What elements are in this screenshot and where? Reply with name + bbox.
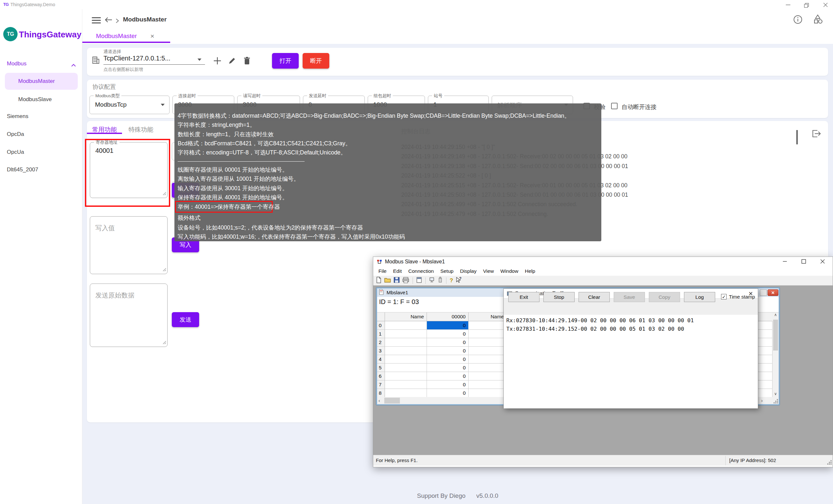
child-close-button[interactable]: ✕ <box>768 289 778 296</box>
scroll-right-arrow[interactable]: › <box>761 398 763 403</box>
sidebar-item-modbusslave[interactable]: ModbusSlave <box>18 96 52 103</box>
cell-name2[interactable] <box>469 389 507 397</box>
info-icon[interactable] <box>793 15 803 26</box>
delete-channel-icon[interactable] <box>243 56 251 66</box>
modbus-type-select[interactable]: Modbus类型 ModbusTcp <box>90 96 169 114</box>
cell-value[interactable]: 0 <box>427 355 469 363</box>
send-button[interactable]: 发送 <box>172 312 199 327</box>
resize-grip[interactable] <box>827 460 832 465</box>
cell-name[interactable] <box>385 330 427 338</box>
save-icon[interactable] <box>394 277 400 284</box>
raw-data-textarea[interactable]: 发送原始数据 <box>90 283 168 347</box>
disconnect-button[interactable]: 断开 <box>303 53 329 69</box>
menu-item[interactable]: File <box>375 268 390 274</box>
tab-modbusmaster[interactable]: ModbusMaster <box>96 32 137 40</box>
poll-setup-icon[interactable] <box>429 277 435 284</box>
sidebar-group-modbus[interactable]: Modbus <box>7 60 26 67</box>
dropdown-caret-icon[interactable] <box>197 58 201 61</box>
protocol-field-label: 发送延时 <box>307 93 328 99</box>
child-restore-button[interactable] <box>760 289 767 296</box>
os-close-button[interactable] <box>823 3 829 9</box>
cell-value[interactable]: 0 <box>427 389 469 397</box>
channel-select-label: 通道选择 <box>103 49 121 55</box>
scrollbar-thumb[interactable] <box>773 320 778 351</box>
edit-channel-icon[interactable] <box>228 57 236 66</box>
back-arrow-icon[interactable] <box>104 16 113 25</box>
os-restore-button[interactable] <box>804 3 810 9</box>
context-help-icon[interactable]: ? <box>455 277 462 284</box>
cell-value[interactable]: 0 <box>427 347 469 355</box>
tab-special-functions[interactable]: 特殊功能 <box>128 126 153 134</box>
pause-icon[interactable] <box>796 130 802 137</box>
menu-item[interactable]: Help <box>522 268 539 274</box>
log-button[interactable]: Log <box>684 292 715 302</box>
print-icon[interactable] <box>402 277 409 284</box>
cell-name2[interactable] <box>469 338 507 347</box>
menu-item[interactable]: Connection <box>405 268 437 274</box>
sidebar-item-siemens[interactable]: Siemens <box>7 113 28 120</box>
sidebar-item-dlt645[interactable]: Dlt645_2007 <box>7 167 38 173</box>
slave-close-button[interactable] <box>819 258 826 266</box>
menu-item[interactable]: Setup <box>437 268 457 274</box>
exit-button[interactable]: Exit <box>508 292 540 302</box>
clear-button[interactable]: Clear <box>578 292 610 302</box>
export-icon[interactable] <box>811 129 821 139</box>
help-icon[interactable]: ? <box>450 277 453 284</box>
cell-value[interactable]: 0 <box>427 380 469 389</box>
scroll-down-arrow[interactable]: ∨ <box>772 392 779 397</box>
cell-name[interactable] <box>385 380 427 389</box>
menu-item[interactable]: Display <box>457 268 480 274</box>
cell-name[interactable] <box>385 389 427 397</box>
resize-grip[interactable] <box>774 399 778 404</box>
cell-name2[interactable] <box>469 330 507 338</box>
menu-item[interactable]: View <box>480 268 497 274</box>
modbus-type-label: Modbus类型 <box>94 93 121 99</box>
hamburger-menu-icon[interactable] <box>92 17 101 24</box>
cell-name[interactable] <box>385 355 427 363</box>
sidebar-item-opcua[interactable]: OpcUa <box>7 149 24 155</box>
cell-value[interactable]: 0 <box>427 363 469 372</box>
cell-name2[interactable] <box>469 355 507 363</box>
cell-value[interactable]: 0 <box>427 330 469 338</box>
cell-name[interactable] <box>385 321 427 330</box>
scrollbar-thumb[interactable] <box>384 398 400 404</box>
cell-value[interactable]: 0 <box>427 321 469 330</box>
tab-close-icon[interactable]: × <box>150 32 154 40</box>
open-file-icon[interactable] <box>384 277 391 284</box>
cell-value[interactable]: 0 <box>427 338 469 347</box>
cell-name2[interactable] <box>469 372 507 380</box>
copy-button: Copy <box>649 292 680 302</box>
cell-name2[interactable] <box>469 363 507 372</box>
poll-definition-icon[interactable] <box>438 277 443 284</box>
display-setup-icon[interactable] <box>416 277 422 284</box>
write-value-textarea[interactable]: 写入值 <box>90 216 168 274</box>
cell-value[interactable]: 0 <box>427 372 469 380</box>
forward-chevron-icon[interactable] <box>115 18 119 25</box>
open-button[interactable]: 打开 <box>272 53 299 69</box>
cell-name2[interactable] <box>469 347 507 355</box>
cell-name2[interactable] <box>469 321 507 330</box>
cell-name[interactable] <box>385 372 427 380</box>
timestamp-checkbox[interactable]: ✓ <box>721 294 727 300</box>
slave-maximize-button[interactable] <box>801 258 807 266</box>
cell-name2[interactable] <box>469 380 507 389</box>
auto-disconnect-checkbox[interactable] <box>611 103 618 109</box>
menu-item[interactable]: Edit <box>390 268 405 274</box>
os-minimize-button[interactable] <box>785 3 791 8</box>
cell-name[interactable] <box>385 363 427 372</box>
channel-select-value[interactable]: TcpClient-127.0.0.1:5... <box>103 55 170 62</box>
components-icon[interactable] <box>812 14 823 26</box>
add-channel-icon[interactable] <box>213 56 222 67</box>
scroll-up-arrow[interactable]: ∧ <box>772 312 779 318</box>
sidebar-item-opcda[interactable]: OpcDa <box>7 131 24 137</box>
vertical-scrollbar[interactable]: ∧ ∨ <box>772 312 779 397</box>
cell-name[interactable] <box>385 338 427 347</box>
slave-minimize-button[interactable] <box>782 258 788 266</box>
cell-name[interactable] <box>385 347 427 355</box>
stop-button[interactable]: Stop <box>543 292 575 302</box>
new-file-icon[interactable] <box>376 277 382 284</box>
resize-handle-icon[interactable] <box>163 340 166 346</box>
menu-item[interactable]: Window <box>497 268 522 274</box>
scroll-left-arrow[interactable]: ‹ <box>378 398 380 403</box>
resize-handle-icon[interactable] <box>163 267 166 273</box>
